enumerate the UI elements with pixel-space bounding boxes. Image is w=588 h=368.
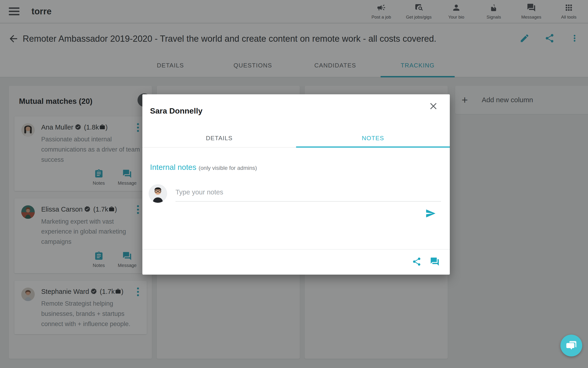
notes-input[interactable] [176, 188, 441, 202]
chat-bubble-icon [565, 339, 577, 352]
app-screen: torre Post a job Get jobs/gigs Your bio … [0, 0, 588, 368]
share-icon[interactable] [412, 257, 421, 267]
modal-footer [142, 249, 450, 275]
internal-notes-heading: Internal notes(only visible for admins) [150, 163, 257, 172]
admin-avatar [149, 184, 167, 203]
notes-visibility-hint: (only visible for admins) [199, 165, 257, 171]
close-icon[interactable] [429, 101, 440, 112]
modal-tab-notes[interactable]: NOTES [296, 133, 450, 148]
modal-candidate-name: Sara Donnelly [150, 106, 202, 115]
chat-bubbles-icon[interactable] [430, 257, 440, 267]
send-icon[interactable] [425, 208, 436, 220]
modal-tab-details[interactable]: DETAILS [142, 133, 296, 148]
support-chat-widget[interactable] [561, 335, 582, 356]
candidate-modal: Sara Donnelly DETAILS NOTES Internal not… [142, 94, 450, 275]
modal-tabs: DETAILS NOTES [142, 133, 450, 148]
note-compose-row [149, 184, 441, 220]
